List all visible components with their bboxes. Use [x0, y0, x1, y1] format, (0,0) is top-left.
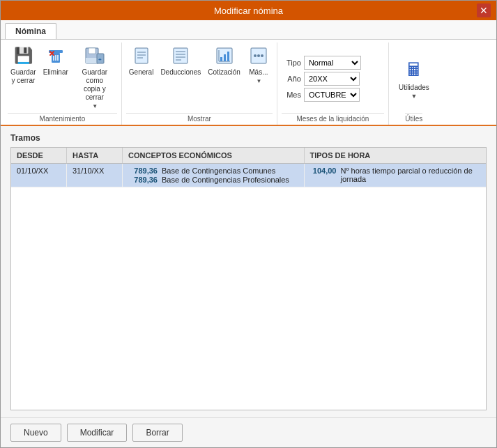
mantenimiento-buttons: 💾 Guardary cerrar	[8, 43, 117, 111]
utilidades-button[interactable]: 🖩 Utilidades ▼	[393, 54, 435, 102]
guardar-copia-label: Guardar comocopia y cerrar	[75, 68, 114, 102]
concept-value-2: 789,36	[128, 176, 158, 184]
deducciones-label: Deducciones	[160, 68, 201, 77]
section-label: Tramos	[10, 133, 487, 143]
tramos-table: DESDE HASTA CONCEPTOS ECONÓMICOS TIPOS D…	[10, 147, 487, 410]
save-icon: 💾	[12, 45, 34, 67]
svg-point-29	[257, 54, 260, 57]
header-hasta: HASTA	[67, 148, 123, 163]
nuevo-button[interactable]: Nuevo	[10, 424, 61, 442]
table-body: 01/10/XX 31/10/XX 789,36 Base de Conting…	[11, 164, 486, 410]
bottom-bar: Nuevo Modificar Borrar	[1, 417, 496, 447]
mas-arrow: ▼	[256, 78, 261, 84]
guardar-copia-arrow: ▼	[92, 103, 98, 109]
delete-icon	[45, 45, 67, 67]
ribbon-tabs: Nómina	[1, 20, 496, 40]
svg-rect-12	[135, 48, 148, 63]
table-header: DESDE HASTA CONCEPTOS ECONÓMICOS TIPOS D…	[11, 148, 486, 164]
tipo-row: Tipo Normal Extra Liquidación	[282, 56, 384, 70]
mas-button[interactable]: Más... ▼	[245, 43, 273, 86]
modificar-button[interactable]: Modificar	[67, 424, 128, 442]
anio-label: Año	[282, 75, 301, 83]
tipos-desc: Nº horas tiempo parcial o reducción de j…	[341, 167, 481, 183]
concept-value-1: 789,36	[128, 167, 158, 175]
cotizacion-icon	[213, 45, 236, 67]
guardar-copia-button[interactable]: + Guardar comocopia y cerrar ▼	[72, 43, 117, 111]
anio-row: Año 20XX	[282, 72, 384, 86]
svg-point-28	[254, 54, 257, 57]
ribbon-toolbar: 💾 Guardary cerrar	[1, 40, 496, 126]
eliminar-label: Eliminar	[43, 68, 68, 77]
cotizacion-label: Cotización	[208, 68, 240, 77]
group-mostrar: General Deducciones	[122, 43, 277, 125]
concept-2: 789,36 Base de Contingencias Profesional…	[128, 176, 298, 184]
header-tipos: TIPOS DE HORA	[305, 148, 487, 163]
mes-label: Mes	[282, 91, 301, 99]
svg-point-30	[261, 54, 263, 57]
header-conceptos: CONCEPTOS ECONÓMICOS	[123, 148, 305, 163]
calculator-icon: 🖩	[402, 57, 427, 82]
group-liquidacion: Tipo Normal Extra Liquidación Año 20XX M…	[277, 43, 389, 125]
svg-rect-26	[227, 52, 229, 61]
svg-rect-8	[89, 48, 95, 54]
general-icon	[130, 45, 153, 67]
svg-rect-25	[224, 54, 226, 61]
group-utiles: 🖩 Utilidades ▼ Útiles	[389, 43, 439, 125]
table-row[interactable]: 01/10/XX 31/10/XX 789,36 Base de Conting…	[11, 164, 486, 187]
eliminar-button[interactable]: Eliminar	[40, 43, 71, 79]
content-area: Tramos DESDE HASTA CONCEPTOS ECONÓMICOS …	[1, 126, 496, 417]
main-window: Modificar nómina ✕ Nómina 💾 Guardary cer…	[0, 0, 497, 448]
guardar-cerrar-button[interactable]: 💾 Guardary cerrar	[8, 43, 39, 87]
window-title: Modificar nómina	[20, 6, 477, 16]
close-button[interactable]: ✕	[477, 3, 491, 17]
mostrar-label: Mostrar	[126, 113, 273, 125]
cell-conceptos: 789,36 Base de Contingencias Comunes 789…	[123, 164, 305, 187]
svg-text:+: +	[98, 56, 102, 63]
tab-nomina[interactable]: Nómina	[5, 23, 56, 39]
anio-select[interactable]: 20XX	[304, 72, 360, 86]
group-mantenimiento: 💾 Guardary cerrar	[3, 43, 122, 125]
mas-label: Más...	[249, 68, 268, 77]
svg-rect-24	[220, 57, 222, 61]
cell-hasta: 31/10/XX	[67, 164, 123, 187]
header-desde: DESDE	[11, 148, 67, 163]
mes-row: Mes OCTUBRE	[282, 88, 384, 102]
svg-rect-9	[86, 58, 98, 63]
svg-rect-16	[174, 48, 188, 63]
general-button[interactable]: General	[126, 43, 157, 79]
general-label: General	[129, 68, 154, 77]
borrar-button[interactable]: Borrar	[132, 424, 182, 442]
title-bar: Modificar nómina ✕	[1, 1, 496, 20]
cell-desde: 01/10/XX	[11, 164, 67, 187]
deducciones-button[interactable]: Deducciones	[158, 43, 204, 79]
concepts-list: 789,36 Base de Contingencias Comunes 789…	[128, 167, 298, 184]
mes-select[interactable]: OCTUBRE	[304, 88, 360, 102]
tipo-select[interactable]: Normal Extra Liquidación	[304, 56, 361, 70]
cotizacion-button[interactable]: Cotización	[205, 43, 243, 79]
utiles-label: Útiles	[405, 113, 422, 125]
cell-tipos: 104,00 Nº horas tiempo parcial o reducci…	[305, 164, 487, 187]
tipo-label: Tipo	[282, 59, 301, 67]
concept-1: 789,36 Base de Contingencias Comunes	[128, 167, 298, 175]
liquidacion-label: Meses de la liquidación	[282, 113, 384, 125]
concept-name-1: Base de Contingencias Comunes	[162, 167, 275, 175]
utilidades-label: Utilidades	[399, 84, 429, 91]
tipos-value: 104,00	[310, 167, 337, 175]
mostrar-buttons: General Deducciones	[126, 43, 273, 111]
guardar-label: Guardary cerrar	[10, 68, 36, 85]
concept-name-2: Base de Contingencias Profesionales	[162, 176, 289, 184]
utilidades-arrow: ▼	[411, 93, 417, 100]
savecopy-icon: +	[84, 45, 106, 67]
mantenimiento-label: Mantenimiento	[8, 113, 117, 125]
deducciones-icon	[169, 45, 192, 67]
mas-icon	[247, 45, 270, 67]
